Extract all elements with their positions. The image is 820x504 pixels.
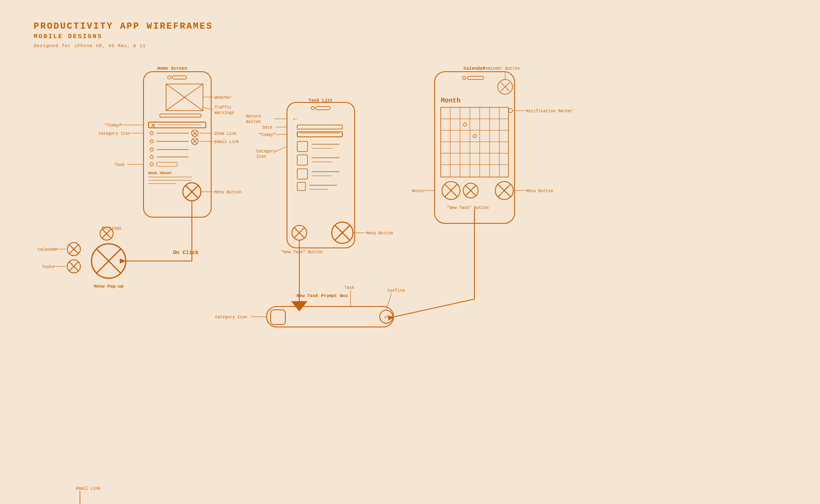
svg-point-24 xyxy=(150,148,153,151)
svg-line-135 xyxy=(102,229,111,238)
svg-line-117 xyxy=(445,184,457,197)
svg-point-16 xyxy=(191,130,198,136)
svg-text:Weather: Weather xyxy=(214,95,232,100)
svg-line-124 xyxy=(498,184,510,197)
svg-line-18 xyxy=(192,131,197,136)
svg-line-145 xyxy=(96,249,121,273)
svg-text:Email Link: Email Link xyxy=(214,140,239,144)
svg-point-143 xyxy=(91,244,126,278)
page-title-desc: Designed for iPhone XR, XS Max, & 11 xyxy=(34,43,213,48)
svg-text:Button: Button xyxy=(246,120,261,124)
svg-rect-29 xyxy=(157,162,177,166)
svg-line-12 xyxy=(152,124,155,127)
svg-text:Week Ahead:: Week Ahead: xyxy=(148,171,173,175)
svg-point-137 xyxy=(67,243,80,256)
svg-text:Menu Pop-up: Menu Pop-up xyxy=(94,284,124,289)
page-title-block: PRODUCTIVITY APP WIREFRAMES MOBILE DESIG… xyxy=(34,21,213,48)
svg-point-114 xyxy=(463,123,467,126)
svg-line-35 xyxy=(185,185,198,198)
svg-line-23 xyxy=(192,139,197,144)
svg-line-99 xyxy=(501,82,510,91)
svg-text:Email Link: Email Link xyxy=(76,486,100,491)
svg-text:✓: ✓ xyxy=(384,314,389,320)
svg-text:Task: Task xyxy=(115,163,125,167)
svg-point-26 xyxy=(150,155,153,159)
svg-line-22 xyxy=(192,139,197,144)
svg-line-136 xyxy=(102,229,111,238)
svg-line-87 xyxy=(276,146,287,152)
svg-text:Reminder Button: Reminder Button xyxy=(483,66,520,71)
svg-line-141 xyxy=(69,262,78,271)
svg-point-77 xyxy=(332,222,353,243)
svg-point-3 xyxy=(168,76,171,79)
svg-line-121 xyxy=(465,185,476,196)
svg-point-21 xyxy=(191,138,198,145)
svg-point-28 xyxy=(150,163,153,166)
svg-rect-10 xyxy=(148,122,206,128)
svg-text:Notes: Notes xyxy=(412,189,424,193)
svg-line-138 xyxy=(69,245,78,254)
svg-text:Category Icon: Category Icon xyxy=(98,132,130,136)
svg-text:"Today": "Today" xyxy=(258,133,276,137)
svg-point-116 xyxy=(442,182,460,200)
svg-rect-93 xyxy=(435,72,515,223)
svg-text:Task: Task xyxy=(344,286,354,290)
page-title-sub: MOBILE DESIGNS xyxy=(34,33,213,40)
svg-line-36 xyxy=(185,185,198,198)
svg-text:Return: Return xyxy=(246,114,261,119)
svg-text:Category Icon: Category Icon xyxy=(215,315,247,320)
svg-text:Menu Button: Menu Button xyxy=(214,190,241,195)
page-title-main: PRODUCTIVITY APP WIREFRAMES xyxy=(34,21,213,32)
svg-rect-95 xyxy=(467,76,484,79)
svg-line-120 xyxy=(465,185,476,196)
svg-line-142 xyxy=(69,262,78,271)
svg-line-98 xyxy=(501,82,510,91)
svg-text:Traffic: Traffic xyxy=(214,105,232,110)
svg-point-115 xyxy=(473,134,476,138)
svg-rect-71 xyxy=(297,182,305,191)
svg-point-19 xyxy=(150,140,153,143)
svg-line-17 xyxy=(192,131,197,136)
svg-point-140 xyxy=(67,260,80,273)
svg-line-78 xyxy=(335,225,350,241)
svg-rect-54 xyxy=(287,102,355,248)
svg-point-97 xyxy=(498,79,512,94)
svg-point-94 xyxy=(462,76,466,79)
svg-text:Calendar: Calendar xyxy=(38,247,57,252)
svg-text:Calendar: Calendar xyxy=(464,66,485,71)
svg-line-162 xyxy=(386,293,392,310)
svg-line-8 xyxy=(166,84,203,111)
svg-text:Menu Button: Menu Button xyxy=(526,189,553,193)
svg-point-34 xyxy=(183,183,201,201)
svg-line-79 xyxy=(335,225,350,241)
svg-text:Date: Date xyxy=(262,125,272,130)
svg-text:"Today": "Today" xyxy=(105,123,122,128)
svg-point-55 xyxy=(311,107,314,110)
svg-text:Icon: Icon xyxy=(256,154,266,159)
svg-rect-65 xyxy=(297,155,308,165)
svg-text:Home Screen: Home Screen xyxy=(157,66,187,71)
svg-line-144 xyxy=(96,249,121,273)
svg-line-7 xyxy=(166,84,203,111)
svg-line-118 xyxy=(445,184,457,197)
svg-text:Settings: Settings xyxy=(102,226,121,231)
svg-rect-156 xyxy=(271,310,285,325)
svg-rect-155 xyxy=(266,306,394,327)
svg-point-119 xyxy=(463,183,478,198)
svg-line-75 xyxy=(294,228,304,238)
svg-rect-59 xyxy=(297,125,342,129)
svg-text:Confirm: Confirm xyxy=(387,288,405,293)
svg-point-74 xyxy=(292,225,307,240)
svg-rect-56 xyxy=(316,107,330,110)
svg-text:←: ← xyxy=(293,116,297,123)
svg-text:"New Task" Button: "New Task" Button xyxy=(281,250,323,254)
svg-point-134 xyxy=(100,227,113,240)
svg-text:Task List: Task List xyxy=(308,98,333,103)
svg-line-11 xyxy=(152,124,155,127)
svg-point-122 xyxy=(495,182,513,200)
svg-line-76 xyxy=(294,228,304,238)
svg-point-14 xyxy=(150,132,153,135)
svg-rect-4 xyxy=(172,76,187,79)
svg-text:On Click: On Click xyxy=(173,250,199,256)
svg-text:New Task Prompt Box: New Task Prompt Box xyxy=(296,293,348,298)
